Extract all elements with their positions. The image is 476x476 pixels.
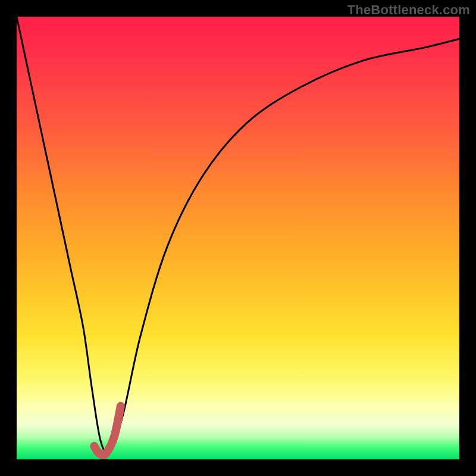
chart-frame: TheBottleneck.com [0,0,476,476]
plot-area [17,17,459,459]
bottleneck-curve [17,17,459,452]
curve-svg [17,17,459,459]
attribution-label: TheBottleneck.com [347,2,470,18]
